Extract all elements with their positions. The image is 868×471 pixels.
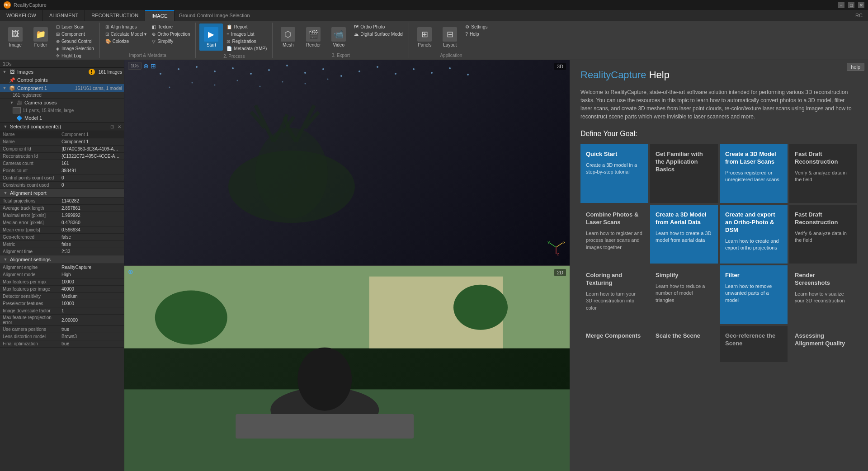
svg-point-7 xyxy=(268,69,270,71)
goal-card-merge[interactable]: Merge Components xyxy=(580,326,648,362)
goal-card-quick-start[interactable]: Quick Start Create a 3D model in a step-… xyxy=(580,144,648,203)
align-icon: ⊞ xyxy=(105,24,109,29)
alignment-settings-label: Alignment settings xyxy=(10,257,51,262)
coloring-title: Coloring and Texturing xyxy=(586,272,643,287)
tree-item-control-points[interactable]: 📌 Control points xyxy=(0,76,124,84)
thumbnail-row: 11 parts, 15.9M tris, large xyxy=(0,107,124,114)
app-icon: RC xyxy=(4,1,11,9)
goal-card-aerial[interactable]: Create a 3D Model from Aerial Data Learn… xyxy=(650,205,718,264)
minimize-button[interactable]: − xyxy=(838,2,844,8)
folder-button[interactable]: 📁 Folder xyxy=(29,24,52,51)
prop-row-downscale: Image downscale factor 1 xyxy=(0,307,124,315)
images-list-button[interactable]: ≡ Images List xyxy=(225,31,269,38)
ribbon-group-add-imagery: 🖼 Image 📁 Folder ⊡ Laser Scan ⊞ Componen… xyxy=(0,23,100,58)
viewport-2d[interactable]: 2D ⊕ xyxy=(124,266,570,471)
goal-card-assess-align[interactable]: Assessing Alignment Quality xyxy=(789,326,857,362)
maximize-button[interactable]: □ xyxy=(848,2,854,8)
tree-item-camera-poses[interactable]: ▼ 🎥 Camera poses xyxy=(0,99,124,107)
prop-row-recon-id: Reconstruction Id {C1321C72-405C-4CCE-AB… xyxy=(0,153,124,160)
ortho-proj-button[interactable]: ⊕ Ortho Projection xyxy=(150,31,192,38)
scene-tree: 1Ds ▼ 🖼 Images ! 161 Images 📌 Control po… xyxy=(0,60,124,122)
nav-icon-1[interactable]: ⊕ xyxy=(143,62,149,70)
sel-comp-maximize[interactable]: ⊡ xyxy=(110,124,114,129)
tree-item-component1[interactable]: ▼ 📦 Component 1 161/161 cams, 1 model xyxy=(0,84,124,92)
cp-expand-icon xyxy=(2,77,7,83)
tab-image[interactable]: IMAGE xyxy=(145,10,174,21)
calc-icon: ⊡ xyxy=(105,32,109,37)
prop-row-detector: Detector sensitivity Medium xyxy=(0,293,124,300)
report-button[interactable]: 📋 Report xyxy=(225,24,269,30)
texture-button[interactable]: ◧ Texture xyxy=(150,24,192,30)
goal-card-simplify[interactable]: Simplify Learn how to reduce a number of… xyxy=(650,265,718,324)
comp1-expand-icon: ▼ xyxy=(2,85,7,91)
close-button[interactable]: ✕ xyxy=(858,2,864,8)
svg-text:X: X xyxy=(563,240,565,245)
panels-icon: ⊞ xyxy=(417,27,432,42)
cam-icon: 🎥 xyxy=(16,99,23,106)
layout-button[interactable]: ⊟ Layout xyxy=(438,24,462,51)
tree-item-model1[interactable]: 🔷 Model 1 xyxy=(0,114,124,122)
vp2d-icon-1[interactable]: ⊕ xyxy=(128,268,133,275)
render-button[interactable]: 🎬 Render xyxy=(302,24,325,51)
process-content: ▶ Start 📋 Report ≡ Images List ⊡ Registr… xyxy=(199,23,269,53)
tab-reconstruction[interactable]: RECONSTRUCTION xyxy=(85,10,145,21)
viewport-3d[interactable]: 3D 1Ds ⊕ ⊞ X Y Z xyxy=(124,60,570,266)
cp-icon: 📌 xyxy=(9,77,15,83)
goal-card-laser-scans[interactable]: Create a 3D Model from Laser Scans Proce… xyxy=(720,144,788,203)
colorize-button[interactable]: 🎨 Colorize xyxy=(104,38,148,45)
alignment-report-header[interactable]: ▼ Alignment report xyxy=(0,189,124,198)
export-content: ⬡ Mesh 🎬 Render 📹 Video 🗺 Ortho Photo ⛰ … xyxy=(276,23,405,52)
tree-model1-label: Model 1 xyxy=(24,115,42,121)
prop-row-reproj-err: Max feature reprojection error 2.00000 xyxy=(0,315,124,326)
goal-card-fast-draft-1[interactable]: Fast Draft Reconstruction Verify & analy… xyxy=(789,144,857,203)
comp1-icon: 📦 xyxy=(9,85,15,91)
tree-item-images[interactable]: ▼ 🖼 Images ! 161 Images xyxy=(0,68,124,76)
image-button[interactable]: 🖼 Image xyxy=(4,24,27,51)
goal-card-combine-photos[interactable]: Combine Photos & Laser Scans Learn how t… xyxy=(580,205,648,264)
simplify-button[interactable]: ▽ Simplify xyxy=(150,38,192,45)
alignment-settings-header[interactable]: ▼ Alignment settings xyxy=(0,255,124,264)
dsm-button[interactable]: ⛰ Digital Surface Model xyxy=(352,31,405,38)
tab-alignment[interactable]: ALIGNMENT xyxy=(43,10,85,21)
ground-control-icon: ⊕ xyxy=(56,39,60,44)
calculate-model-button[interactable]: ⊡ Calculate Model ▾ xyxy=(104,31,148,38)
selected-comp-header: ▼ Selected component(s) ⊡ ✕ xyxy=(0,122,124,131)
prop-row-avg-track: Average track length 2.897861 xyxy=(0,205,124,212)
prop-row-constraints: Constraints count used 0 xyxy=(0,182,124,189)
sel-comp-close[interactable]: ✕ xyxy=(118,124,121,129)
viewport-3d-toolbar: 1Ds ⊕ ⊞ xyxy=(128,62,156,70)
settings-button[interactable]: ⚙ Settings xyxy=(463,24,489,30)
goal-card-app-basics[interactable]: Get Familiar with the Application Basics xyxy=(650,144,718,203)
laser-scan-button[interactable]: ⊡ Laser Scan xyxy=(54,24,96,30)
prop-row-align-time: Alignment time 2:33 xyxy=(0,248,124,255)
help-ribbon-button[interactable]: ? Help xyxy=(463,31,489,38)
svg-point-22 xyxy=(395,73,396,75)
svg-point-14 xyxy=(214,85,216,86)
nav-icon-2[interactable]: ⊞ xyxy=(151,62,156,70)
goal-card-fast-draft-2[interactable]: Fast Draft Reconstruction Verify & analy… xyxy=(789,205,857,264)
ribbon: WORKFLOW ALIGNMENT RECONSTRUCTION IMAGE … xyxy=(0,10,868,60)
help-close-button[interactable]: help xyxy=(847,63,864,71)
help-title: RealityCapture Help xyxy=(580,69,857,81)
goal-card-georef[interactable]: Geo-reference the Scene xyxy=(720,326,788,362)
ground-control-button[interactable]: ⊕ Ground Control xyxy=(54,38,96,45)
flight-log-button[interactable]: ✈ Flight Log xyxy=(54,52,96,59)
goal-card-coloring[interactable]: Coloring and Texturing Learn how to turn… xyxy=(580,265,648,324)
ortho-photo-button[interactable]: 🗺 Ortho Photo xyxy=(352,24,405,30)
video-button[interactable]: 📹 Video xyxy=(327,24,350,51)
goal-card-ortho[interactable]: Create and export an Ortho-Photo & DSM L… xyxy=(720,205,788,264)
goal-card-render[interactable]: Render Screenshots Learn how to visualiz… xyxy=(789,265,857,324)
goal-card-filter[interactable]: Filter Learn how to remove unwanted part… xyxy=(720,265,788,324)
image-selection-button[interactable]: ◈ Image Selection xyxy=(54,45,96,52)
tab-workflow[interactable]: WORKFLOW xyxy=(0,10,43,21)
metadata-button[interactable]: 📄 Metadata (XMP) xyxy=(225,45,269,52)
start-button[interactable]: ▶ Start xyxy=(199,24,223,51)
goal-card-scale[interactable]: Scale the Scene xyxy=(650,326,718,362)
window-controls[interactable]: − □ ✕ xyxy=(838,2,864,8)
sel-comp-expand[interactable]: ▼ xyxy=(3,124,8,129)
component-button[interactable]: ⊞ Component xyxy=(54,31,96,38)
panels-button[interactable]: ⊞ Panels xyxy=(413,24,436,51)
registration-button[interactable]: ⊡ Registration xyxy=(225,38,269,45)
align-images-button[interactable]: ⊞ Align Images xyxy=(104,24,148,30)
mesh-button[interactable]: ⬡ Mesh xyxy=(276,24,300,51)
